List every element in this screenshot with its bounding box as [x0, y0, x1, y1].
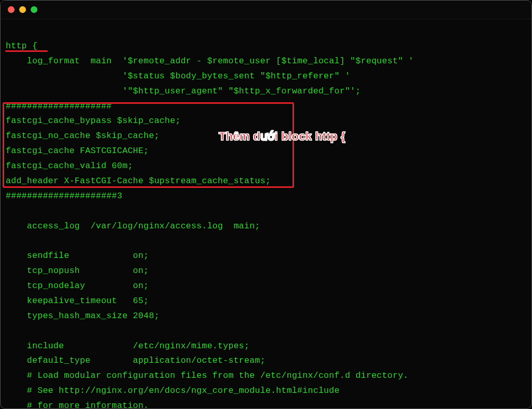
code-line: '$status $body_bytes_sent "$http_referer… — [6, 71, 350, 81]
close-icon[interactable] — [8, 6, 15, 13]
minimize-icon[interactable] — [19, 6, 26, 13]
code-line: # See http://nginx.org/en/docs/ngx_core_… — [6, 386, 340, 396]
code-line: log_format main '$remote_addr - $remote_… — [6, 56, 414, 66]
code-line: add_header X-FastCGI-Cache $upstream_cac… — [6, 176, 271, 186]
code-line: http { — [6, 41, 37, 51]
maximize-icon[interactable] — [31, 6, 37, 13]
code-line: fastcgi_cache_bypass $skip_cache; — [6, 116, 181, 126]
annotation-label: Thêm dưới block http { — [219, 130, 345, 143]
code-line: sendfile on; — [6, 251, 149, 261]
code-line: types_hash_max_size 2048; — [6, 311, 159, 321]
code-line: keepalive_timeout 65; — [6, 296, 149, 306]
code-line: fastcgi_cache_valid 60m; — [6, 161, 133, 171]
code-line: fastcgi_no_cache $skip_cache; — [6, 131, 159, 141]
code-line: '"$http_user_agent" "$http_x_forwarded_f… — [6, 86, 361, 96]
code-line: #################### — [6, 101, 112, 111]
terminal-content[interactable]: http { log_format main '$remote_addr - $… — [1, 19, 531, 408]
code-line: # for more information. — [6, 401, 149, 409]
code-line: fastcgi_cache FASTCGICACHE; — [6, 146, 149, 156]
code-line: # Load modular configuration files from … — [6, 371, 408, 380]
terminal-window: http { log_format main '$remote_addr - $… — [0, 0, 532, 409]
emphasis-underline — [5, 50, 48, 52]
code-line: tcp_nopush on; — [6, 266, 149, 276]
code-line: access_log /var/log/nginx/access.log mai… — [6, 221, 260, 231]
code-line: default_type application/octet-stream; — [6, 356, 265, 365]
code-line: #####################3 — [6, 191, 122, 201]
code-line: tcp_nodelay on; — [6, 281, 149, 291]
window-titlebar — [1, 1, 531, 19]
code-line: include /etc/nginx/mime.types; — [6, 341, 249, 351]
